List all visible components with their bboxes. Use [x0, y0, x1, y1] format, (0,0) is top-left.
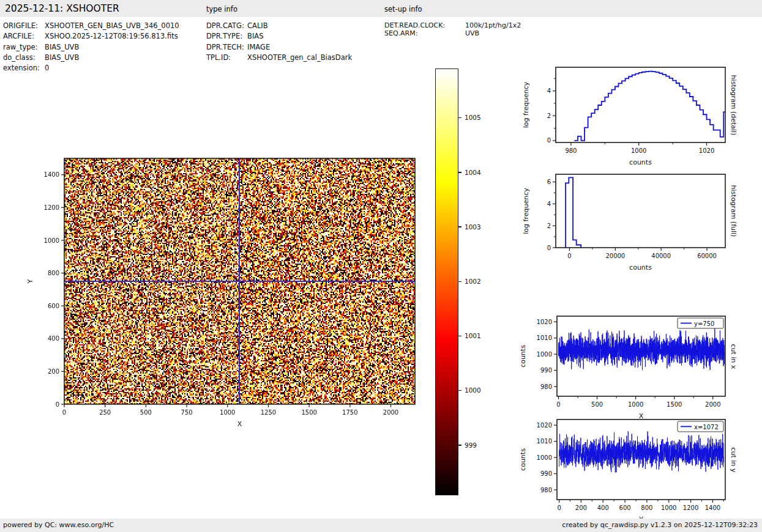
cut_y-legend: x=1072	[678, 421, 723, 432]
type-info-key: DPR.CATG:	[206, 21, 247, 31]
svg-text:0: 0	[547, 245, 551, 251]
type-info-row: DPR.TYPE:BIAS	[206, 31, 352, 42]
svg-text:600: 600	[619, 504, 631, 511]
type-info-heading: type info	[206, 0, 237, 18]
svg-text:1200: 1200	[683, 504, 698, 511]
svg-text:1500: 1500	[667, 401, 682, 408]
cut-x-plot: 0500100015002000980990100010101020Xcount…	[519, 308, 750, 428]
svg-text:0: 0	[557, 504, 561, 511]
svg-text:1010: 1010	[537, 334, 552, 341]
svg-text:6: 6	[547, 179, 551, 185]
setup-info-key: DET.READ.CLOCK:	[384, 21, 465, 29]
hist-full-right-label: histogram (full)	[730, 185, 738, 237]
svg-text:400: 400	[597, 504, 609, 511]
svg-text:800: 800	[641, 504, 652, 511]
file-info-key: ORIGFILE:	[3, 21, 45, 31]
footer-powered-by: powered by QC: www.eso.org/HC	[3, 519, 114, 532]
header-bar: 2025-12-11: XSHOOTER type info set-up in…	[0, 0, 762, 17]
file-info-row: extension:0	[3, 63, 179, 73]
cut_y-ylabel: counts	[519, 448, 527, 471]
svg-text:2000: 2000	[705, 401, 720, 408]
colorbar-tick	[458, 172, 461, 173]
svg-text:1020: 1020	[537, 319, 552, 325]
main_image-ylabel: Y	[26, 279, 34, 284]
svg-text:800: 800	[48, 270, 59, 276]
svg-text:1400: 1400	[44, 171, 59, 178]
setup-info-row: DET.READ.CLOCK:100k/1pt/hg/1x2	[384, 21, 521, 29]
svg-text:1750: 1750	[342, 409, 357, 416]
footer-bar: powered by QC: www.eso.org/HC created by…	[0, 519, 762, 532]
file-info-value: BIAS_UVB	[45, 42, 79, 53]
hist-detail-right-label: histogram (detail)	[730, 75, 738, 135]
svg-text:980: 980	[540, 487, 552, 493]
type-info-key: DPR.TECH:	[206, 42, 247, 53]
colorbar-tick-label: 1004	[465, 169, 481, 176]
type-info-key: TPL.ID:	[206, 53, 247, 63]
svg-text:600: 600	[48, 303, 59, 309]
type-info-value: XSHOOTER_gen_cal_BiasDark	[247, 53, 352, 63]
svg-text:0: 0	[62, 409, 66, 416]
file-info-block: ORIGFILE:XSHOOTER_GEN_BIAS_UVB_346_0010A…	[3, 21, 179, 73]
colorbar	[435, 68, 458, 495]
type-info-value: BIAS	[247, 31, 263, 42]
type-info-block: DPR.CATG:CALIBDPR.TYPE:BIASDPR.TECH:IMAG…	[206, 21, 352, 63]
type-info-row: DPR.TECH:IMAGE	[206, 42, 352, 53]
svg-text:500: 500	[591, 401, 603, 408]
file-info-row: ORIGFILE:XSHOOTER_GEN_BIAS_UVB_346_0010	[3, 21, 179, 31]
svg-text:2: 2	[547, 113, 551, 119]
svg-text:1200: 1200	[44, 204, 59, 211]
colorbar-tick	[458, 226, 461, 227]
svg-text:40000: 40000	[651, 253, 671, 259]
file-info-row: raw_type:BIAS_UVB	[3, 42, 179, 53]
file-info-value: 0	[45, 63, 49, 73]
setup-info-row: SEQ.ARM:UVB	[384, 29, 521, 37]
svg-text:200: 200	[575, 504, 587, 511]
svg-text:0: 0	[556, 401, 560, 408]
setup-info-heading: set-up info	[384, 0, 422, 18]
svg-text:1400: 1400	[705, 504, 720, 511]
svg-text:500: 500	[140, 409, 152, 416]
file-info-row: ARCFILE:XSHOO.2025-12-12T08:19:56.813.fi…	[3, 31, 179, 42]
colorbar-tick	[458, 336, 461, 337]
cut-x-right-label: cut in x	[730, 344, 738, 369]
svg-text:400: 400	[48, 335, 59, 342]
setup-info-value: 100k/1pt/hg/1x2	[465, 21, 521, 29]
file-info-key: ARCFILE:	[3, 31, 45, 42]
colorbar-tick-label: 1003	[465, 223, 481, 231]
colorbar-tick	[458, 281, 461, 283]
type-info-key: DPR.TYPE:	[206, 31, 247, 42]
svg-text:1250: 1250	[261, 409, 276, 416]
setup-info-value: UVB	[465, 29, 479, 37]
file-info-value: XSHOOTER_GEN_BIAS_UVB_346_0010	[45, 21, 179, 31]
colorbar-tick-label: 1001	[465, 332, 481, 339]
svg-text:200: 200	[48, 368, 59, 375]
svg-text:2: 2	[547, 223, 551, 229]
svg-text:1000: 1000	[628, 401, 643, 408]
file-info-value: XSHOO.2025-12-12T08:19:56.813.fits	[45, 31, 178, 42]
svg-text:250: 250	[99, 409, 111, 416]
hist_full-ylabel: log frequency	[522, 188, 530, 234]
colorbar-tick	[458, 117, 461, 119]
hist-detail-plot: 98010001020024countslog frequency	[518, 59, 750, 174]
file-info-value: BIAS_UVB	[45, 53, 79, 63]
setup-info-key: SEQ.ARM:	[384, 29, 465, 37]
cut_x-legend-label: y=750	[694, 320, 714, 327]
cut-y-right-label: cut in y	[730, 447, 738, 472]
hist_full-xlabel: counts	[629, 264, 652, 272]
colorbar-tick-label: 1005	[465, 114, 481, 121]
svg-text:980: 980	[540, 383, 552, 390]
qc-report-page: 2025-12-11: XSHOOTER type info set-up in…	[0, 0, 762, 532]
svg-text:1020: 1020	[537, 422, 552, 429]
svg-text:2000: 2000	[383, 409, 398, 416]
svg-text:4: 4	[547, 201, 551, 207]
type-info-row: DPR.CATG:CALIB	[206, 21, 352, 31]
file-info-key: extension:	[3, 63, 45, 73]
colorbar-tick-label: 999	[465, 441, 477, 449]
svg-text:1020: 1020	[699, 147, 714, 154]
footer-created-by: created by qc_rawdisp.py v1.2.3 on 2025-…	[562, 519, 758, 532]
svg-text:1000: 1000	[537, 351, 552, 358]
file-info-key: raw_type:	[3, 42, 45, 53]
page-title: 2025-12-11: XSHOOTER	[5, 0, 119, 18]
hist_detail-ylabel: log frequency	[522, 81, 530, 128]
svg-text:0: 0	[56, 401, 59, 408]
